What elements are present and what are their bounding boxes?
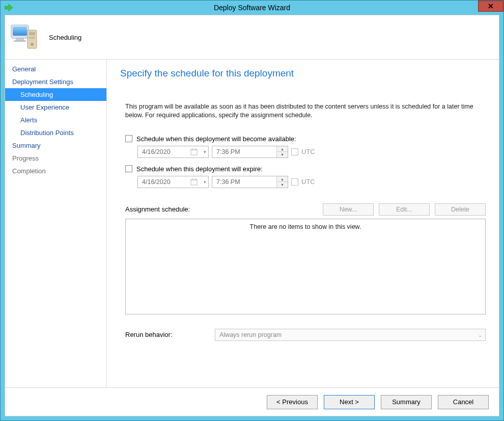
rerun-label: Rerun behavior: xyxy=(125,331,210,338)
sidebar-item-deployment-settings[interactable]: Deployment Settings xyxy=(5,75,106,88)
next-button[interactable]: Next > xyxy=(324,395,375,409)
chevron-down-icon: ▾ xyxy=(201,176,208,188)
rerun-row: Rerun behavior: Always rerun program ⌄ xyxy=(120,329,486,341)
spinner-down-icon: ▼ xyxy=(277,182,288,188)
chevron-down-icon: ▾ xyxy=(201,146,208,157)
wizard-icon xyxy=(10,23,41,51)
available-date-value: 4/16/2020 xyxy=(138,148,187,155)
schedule-available-row: Schedule when this deployment will becom… xyxy=(125,135,486,143)
expire-utc-box: UTC xyxy=(291,178,315,186)
wizard-main: Specify the schedule for this deployment… xyxy=(107,59,499,387)
expire-datetime-row: 4/16/2020 ▾ 7:36 PM ▲ ▼ xyxy=(137,176,486,188)
edit-button: Edit... xyxy=(379,203,430,216)
svg-rect-6 xyxy=(29,32,35,35)
close-icon: ✕ xyxy=(488,2,494,10)
spinner-up-icon: ▲ xyxy=(277,146,288,152)
time-spinner[interactable]: ▲ ▼ xyxy=(276,146,288,157)
sidebar-item-alerts[interactable]: Alerts xyxy=(5,114,106,126)
rerun-value: Always rerun program xyxy=(219,331,282,338)
wizard-header: Scheduling xyxy=(5,15,499,59)
previous-button[interactable]: < Previous xyxy=(267,395,318,409)
assignment-row: Assignment schedule: New... Edit... Dele… xyxy=(120,203,486,216)
summary-button[interactable]: Summary xyxy=(381,395,432,409)
listview-empty-text: There are no items to show in this view. xyxy=(250,223,361,230)
sidebar-item-general[interactable]: General xyxy=(5,63,106,75)
new-button: New... xyxy=(323,203,374,216)
schedule-expire-checkbox[interactable] xyxy=(125,165,132,172)
available-datetime-row: 4/16/2020 ▾ 7:36 PM ▲ ▼ xyxy=(137,146,486,158)
schedule-expire-row: Schedule when this deployment will expir… xyxy=(125,165,486,173)
schedule-available-checkbox[interactable] xyxy=(125,135,132,142)
available-utc-label: UTC xyxy=(301,148,315,155)
wizard-sidebar: General Deployment Settings Scheduling U… xyxy=(5,59,107,387)
svg-point-8 xyxy=(31,43,34,46)
svg-marker-0 xyxy=(5,4,13,11)
svg-rect-14 xyxy=(191,179,197,181)
schedule-expire-label: Schedule when this deployment will expir… xyxy=(136,165,263,173)
spinner-down-icon: ▼ xyxy=(277,152,288,157)
wizard-footer: < Previous Next > Summary Cancel xyxy=(5,387,499,416)
sidebar-item-scheduling[interactable]: Scheduling xyxy=(5,88,106,101)
close-button[interactable]: ✕ xyxy=(478,1,503,12)
chevron-down-icon: ⌄ xyxy=(478,332,482,337)
intro-text: This program will be available as soon a… xyxy=(120,102,486,120)
rerun-combobox[interactable]: Always rerun program ⌄ xyxy=(215,329,486,341)
assignment-listview[interactable]: There are no items to show in this view. xyxy=(125,219,486,314)
svg-rect-2 xyxy=(13,27,27,36)
available-utc-box: UTC xyxy=(291,148,315,155)
wizard-header-label: Scheduling xyxy=(49,34,81,41)
time-spinner[interactable]: ▲ ▼ xyxy=(276,176,288,188)
sidebar-item-summary[interactable]: Summary xyxy=(5,139,106,152)
wizard-body: General Deployment Settings Scheduling U… xyxy=(5,59,499,387)
delete-button: Delete xyxy=(435,203,486,216)
svg-rect-4 xyxy=(14,40,26,42)
client-area: Scheduling General Deployment Settings S… xyxy=(5,15,499,416)
expire-utc-checkbox[interactable] xyxy=(291,178,298,186)
page-heading: Specify the schedule for this deployment xyxy=(120,68,486,79)
assignment-label: Assignment schedule: xyxy=(125,205,190,213)
svg-rect-10 xyxy=(191,149,197,151)
available-date-field[interactable]: 4/16/2020 ▾ xyxy=(137,146,209,158)
forward-arrow-icon xyxy=(3,3,15,13)
available-utc-checkbox[interactable] xyxy=(291,148,298,155)
title-bar: Deploy Software Wizard ✕ xyxy=(1,1,503,15)
sidebar-item-completion: Completion xyxy=(5,165,106,177)
expire-date-field[interactable]: 4/16/2020 ▾ xyxy=(137,176,209,188)
expire-utc-label: UTC xyxy=(301,178,315,186)
sidebar-item-distribution-points[interactable]: Distribution Points xyxy=(5,126,106,139)
spinner-up-icon: ▲ xyxy=(277,176,288,182)
assignment-buttons: New... Edit... Delete xyxy=(323,203,486,216)
sidebar-item-progress: Progress xyxy=(5,152,106,165)
expire-date-value: 4/16/2020 xyxy=(138,178,187,186)
expire-time-field[interactable]: 7:36 PM ▲ ▼ xyxy=(212,176,288,188)
calendar-icon xyxy=(187,146,201,157)
svg-rect-7 xyxy=(29,37,35,39)
calendar-icon xyxy=(187,176,201,188)
schedule-available-label: Schedule when this deployment will becom… xyxy=(136,135,296,143)
available-time-value: 7:36 PM xyxy=(212,148,276,155)
available-time-field[interactable]: 7:36 PM ▲ ▼ xyxy=(212,146,288,158)
window-title: Deploy Software Wizard xyxy=(1,4,503,12)
cancel-button[interactable]: Cancel xyxy=(438,395,489,409)
svg-rect-3 xyxy=(16,38,23,40)
sidebar-item-user-experience[interactable]: User Experience xyxy=(5,101,106,114)
expire-time-value: 7:36 PM xyxy=(212,178,276,186)
deploy-wizard-window: Deploy Software Wizard ✕ xyxy=(0,0,504,421)
